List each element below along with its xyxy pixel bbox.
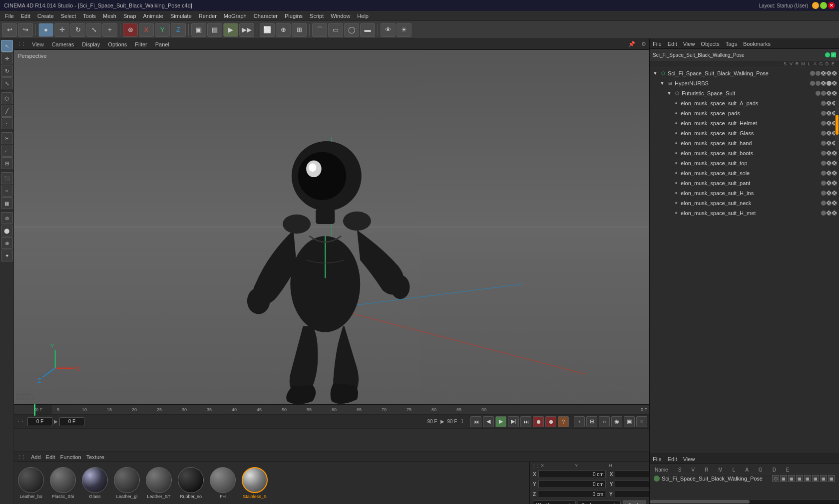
attr-icon-2[interactable]: ▦	[780, 475, 787, 482]
menu-edit[interactable]: Edit	[18, 12, 33, 19]
vp-menu-options[interactable]: Options	[106, 41, 129, 48]
attr-icon-8[interactable]: ▦	[828, 475, 835, 482]
coord-zy-input[interactable]	[615, 490, 649, 498]
vp-menu-cameras[interactable]: Cameras	[50, 41, 76, 48]
toolbar-move[interactable]: ✛	[54, 23, 69, 37]
goto-start-btn[interactable]: ⏮	[470, 416, 481, 427]
step-back-btn[interactable]: ◀	[483, 416, 494, 427]
menu-select[interactable]: Select	[58, 12, 79, 19]
keyframe-all-btn[interactable]: ▣	[624, 416, 635, 427]
record-active-btn[interactable]: ⏺	[545, 416, 556, 427]
tool-move[interactable]: ✛	[1, 52, 13, 64]
obj-row-neck[interactable]: ✦ elon_musk_space_suit_neck	[650, 198, 839, 208]
obj-row-sole[interactable]: ✦ elon_musk_space_suit_sole	[650, 168, 839, 178]
close-button[interactable]: ✕	[828, 2, 835, 9]
tool-knife[interactable]: ✂	[1, 132, 13, 144]
viewport-3d[interactable]: X Y Z Perspective MAXON CINEMA 4D	[14, 50, 649, 404]
attr-menu-edit[interactable]: Edit	[668, 456, 677, 462]
toolbar-add[interactable]: +	[102, 23, 117, 37]
keyframe-auto-btn[interactable]: ◉	[611, 416, 622, 427]
mat-menu-edit[interactable]: Edit	[46, 454, 55, 460]
obj-menu-tags[interactable]: Tags	[726, 41, 737, 47]
start-frame-input[interactable]	[59, 417, 84, 426]
toolbar-x-axis[interactable]: X	[139, 23, 154, 37]
toolbar-sky[interactable]: ◯	[344, 23, 359, 37]
material-leather-st[interactable]: Leather_ST	[144, 467, 174, 499]
toolbar-z-axis[interactable]: Z	[171, 23, 186, 37]
obj-row-hypernurbs[interactable]: ▼ ⊞ HyperNURBS	[650, 78, 839, 88]
obj-menu-file[interactable]: File	[653, 41, 662, 47]
attr-menu-file[interactable]: File	[653, 456, 662, 462]
obj-row-helmet[interactable]: ✦ elon_musk_space_suit_Helmet	[650, 118, 839, 128]
maximize-button[interactable]: □	[820, 2, 827, 9]
mat-menu-function[interactable]: Function	[60, 454, 81, 460]
tool-extra[interactable]: ✦	[1, 250, 13, 261]
vp-settings[interactable]: ⚙	[641, 41, 646, 47]
obj-row-suit[interactable]: ▼ ⬡ Futuristic_Space_Suit	[650, 88, 839, 98]
vp-menu-panel[interactable]: Panel	[153, 41, 171, 48]
toolbar-bg[interactable]: ▬	[360, 23, 375, 37]
tool-material[interactable]: ⬤	[1, 225, 13, 237]
world-mode-select[interactable]: World Object	[533, 501, 576, 504]
menu-render[interactable]: Render	[196, 12, 220, 19]
current-frame-input[interactable]	[27, 417, 52, 426]
menu-file[interactable]: File	[2, 12, 17, 19]
material-leather-bo[interactable]: Leather_bo	[16, 467, 46, 499]
coord-y-input[interactable]	[538, 480, 606, 488]
tool-cube[interactable]: ⬛	[1, 172, 13, 184]
obj-row-glass[interactable]: ✦ elon_musk_space_suit_Glass	[650, 128, 839, 138]
playhead[interactable]	[34, 404, 35, 416]
obj-row-top[interactable]: ✦ elon_musk_space_suit_top	[650, 158, 839, 168]
toolbar-rotate[interactable]: ↻	[70, 23, 85, 37]
keyframe-options-btn[interactable]: ⊞	[586, 416, 597, 427]
tool-polygon-mode[interactable]: ⬡	[1, 92, 13, 104]
obj-row-h-met[interactable]: ✦ elon_musk_space_suit_H_met	[650, 208, 839, 218]
obj-row-apads[interactable]: ✦ elon_musk_space_suit_A_pads	[650, 98, 839, 108]
obj-row-hand[interactable]: ✦ elon_musk_space_suit_hand	[650, 138, 839, 148]
attr-item-row[interactable]: Sci_Fi_Space_Suit_Black_Walking_Pose ⬡ ▦…	[652, 474, 837, 483]
material-glass[interactable]: Glass	[80, 467, 110, 499]
toolbar-render-active[interactable]: ▤	[207, 23, 222, 37]
tool-bridge[interactable]: ⌐	[1, 145, 13, 157]
record-btn[interactable]: ⏺	[533, 416, 544, 427]
keyframe-mode-btn[interactable]: ○	[599, 416, 610, 427]
mat-menu-add[interactable]: Add	[31, 454, 41, 460]
menu-plugins[interactable]: Plugins	[282, 12, 306, 19]
tool-point-mode[interactable]: ·	[1, 117, 13, 129]
tool-tag[interactable]: ⊕	[1, 237, 13, 249]
obj-menu-bookmarks[interactable]: Bookmarks	[743, 41, 771, 47]
horizontal-scrollbar[interactable]	[650, 500, 839, 504]
menu-help[interactable]: Help	[354, 12, 372, 19]
toolbar-camera-target[interactable]: ⊕	[276, 23, 291, 37]
menu-snap[interactable]: Snap	[120, 12, 139, 19]
toolbar-scale[interactable]: ⤡	[86, 23, 101, 37]
obj-row-h-ins[interactable]: ✦ elon_musk_space_suit_H_ins	[650, 188, 839, 198]
tool-rotate[interactable]: ↻	[1, 65, 13, 77]
coord-yx-input[interactable]	[615, 470, 649, 478]
goto-end-btn[interactable]: ⏭	[520, 416, 531, 427]
toolbar-undo[interactable]: ↩	[2, 23, 17, 37]
menu-script[interactable]: Script	[307, 12, 327, 19]
menu-create[interactable]: Create	[34, 12, 57, 19]
play-btn[interactable]: ▶	[495, 416, 506, 427]
attr-icon-3[interactable]: ▦	[788, 475, 795, 482]
scale-mode-select[interactable]: Scale Size	[578, 501, 621, 504]
toolbar-disable[interactable]: ⊗	[123, 23, 138, 37]
minimize-button[interactable]: ─	[812, 2, 819, 9]
toolbar-light[interactable]: ☀	[397, 23, 412, 37]
toolbar-redo[interactable]: ↪	[18, 23, 33, 37]
menu-animate[interactable]: Animate	[140, 12, 166, 19]
menu-character[interactable]: Character	[251, 12, 281, 19]
coord-z-input[interactable]	[538, 490, 605, 498]
toolbar-stereo[interactable]: 👁	[381, 23, 396, 37]
obj-row-pads[interactable]: ✦ elon_musk_space_pads	[650, 108, 839, 118]
tool-paint[interactable]: ⊘	[1, 212, 13, 224]
vp-menu-view[interactable]: View	[30, 41, 46, 48]
help-btn[interactable]: ?	[558, 416, 569, 427]
toolbar-camera-multi[interactable]: ⊞	[292, 23, 307, 37]
obj-menu-objects[interactable]: Objects	[701, 41, 719, 47]
attr-icon-6[interactable]: ▦	[812, 475, 819, 482]
dope-sheet-btn[interactable]: ≡	[636, 416, 647, 427]
material-leather-gl[interactable]: Leather_gl	[112, 467, 142, 499]
toolbar-mode-object[interactable]: ●	[38, 23, 53, 37]
